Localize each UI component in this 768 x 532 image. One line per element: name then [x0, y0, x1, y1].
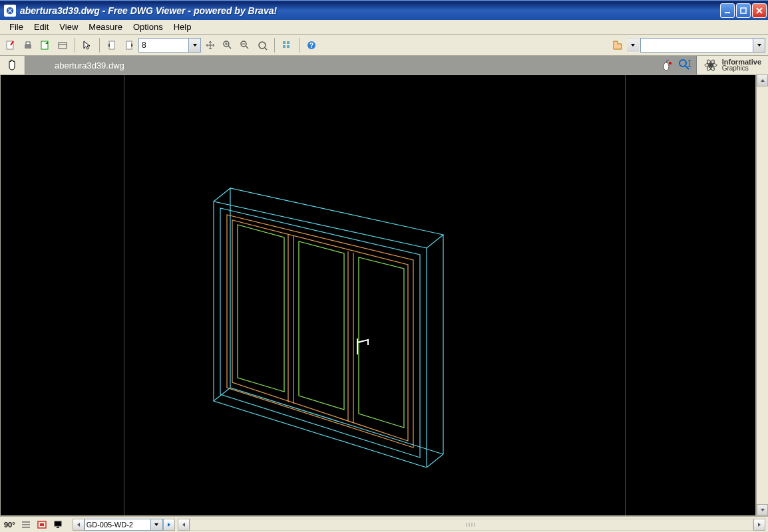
svg-point-27 — [669, 62, 672, 65]
zoom-fit-button[interactable] — [254, 37, 270, 53]
horizontal-scrollbar[interactable] — [178, 519, 765, 531]
window-title: abertura3d39.dwg - Free DWG Viewer - pow… — [20, 5, 720, 16]
maximize-button[interactable] — [736, 3, 751, 18]
hscroll-right-button[interactable] — [753, 519, 765, 531]
svg-rect-20 — [283, 41, 286, 44]
title-bar: abertura3d39.dwg - Free DWG Viewer - pow… — [0, 0, 768, 20]
menu-file[interactable]: File — [4, 21, 29, 33]
svg-point-26 — [664, 63, 669, 70]
sheet-input[interactable] — [85, 519, 151, 531]
hscroll-grip-icon — [461, 521, 481, 528]
help-button[interactable]: ? — [303, 37, 319, 53]
goto-selector — [640, 38, 765, 53]
svg-line-12 — [228, 46, 231, 49]
scroll-track[interactable] — [757, 86, 768, 504]
svg-line-16 — [246, 46, 248, 49]
svg-rect-2 — [741, 8, 746, 13]
window-buttons — [720, 3, 767, 18]
svg-line-19 — [265, 48, 267, 50]
brand-panel[interactable]: Informative Graphics — [696, 56, 768, 74]
mouse-icon[interactable] — [662, 58, 675, 73]
goto-input[interactable] — [640, 38, 753, 53]
layers-toggle-button[interactable] — [19, 519, 33, 531]
box-toggle-button[interactable] — [35, 519, 49, 531]
bookmark-dropdown[interactable] — [627, 38, 639, 53]
separator — [299, 38, 299, 53]
tab-bar: abertura3d39.dwg Informative Graphics — [0, 56, 768, 74]
workarea — [0, 74, 768, 516]
toolbar: ? — [0, 35, 768, 56]
sheet-navigator — [73, 519, 175, 531]
status-bar: 90° — [0, 516, 768, 532]
monitor-toggle-button[interactable] — [51, 519, 65, 531]
scroll-up-button[interactable] — [757, 74, 768, 86]
vertical-scrollbar[interactable] — [756, 74, 768, 516]
svg-rect-10 — [126, 41, 132, 49]
hand-tool-button[interactable] — [0, 56, 25, 74]
svg-rect-7 — [59, 43, 67, 49]
svg-text:?: ? — [309, 42, 313, 49]
svg-rect-42 — [57, 527, 59, 528]
menu-options[interactable]: Options — [128, 21, 168, 33]
separator — [75, 38, 75, 53]
zoom-in-button[interactable] — [220, 37, 236, 53]
document-tab[interactable]: abertura3d39.dwg — [25, 61, 134, 70]
menu-bar: File Edit View Measure Options Help — [0, 20, 768, 35]
tabbar-tools — [656, 58, 696, 73]
svg-rect-5 — [26, 42, 30, 45]
menu-measure[interactable]: Measure — [83, 21, 128, 33]
pan-button[interactable] — [202, 37, 218, 53]
separator — [274, 38, 275, 53]
menu-help[interactable]: Help — [168, 21, 197, 33]
page-input[interactable] — [138, 38, 189, 53]
drawing-canvas[interactable] — [0, 74, 756, 516]
pointer-button[interactable] — [79, 37, 95, 53]
separator — [99, 38, 100, 53]
drawing-model — [174, 115, 493, 467]
next-page-button[interactable] — [121, 37, 137, 53]
goto-dropdown-button[interactable] — [753, 38, 765, 53]
close-button[interactable] — [752, 3, 767, 18]
menu-view[interactable]: View — [54, 21, 83, 33]
markup-button[interactable] — [3, 37, 19, 53]
zoom-out-button[interactable] — [237, 37, 253, 53]
svg-rect-1 — [725, 12, 730, 13]
sheet-dropdown-button[interactable] — [151, 519, 163, 531]
svg-rect-40 — [40, 523, 44, 526]
svg-point-18 — [259, 42, 266, 49]
scroll-down-button[interactable] — [757, 504, 768, 516]
page-dropdown-button[interactable] — [189, 38, 201, 53]
svg-rect-41 — [55, 521, 61, 526]
svg-rect-9 — [109, 41, 114, 49]
hscroll-left-button[interactable] — [178, 519, 190, 531]
open-button[interactable] — [37, 37, 53, 53]
layers-button[interactable] — [279, 37, 295, 53]
svg-rect-21 — [283, 45, 286, 48]
svg-rect-23 — [287, 45, 289, 48]
page-selector — [138, 38, 201, 53]
svg-rect-22 — [287, 41, 289, 44]
minimize-button[interactable] — [720, 3, 735, 18]
brand-name-bot: Graphics — [722, 65, 761, 72]
svg-rect-4 — [25, 45, 31, 49]
svg-point-28 — [679, 60, 686, 66]
rotate-button[interactable]: 90° — [3, 521, 17, 529]
measure-icon[interactable] — [677, 58, 691, 73]
bookmark-button[interactable] — [610, 37, 626, 53]
sheet-next-button[interactable] — [163, 519, 175, 531]
sheet-prev-button[interactable] — [73, 519, 85, 531]
prev-page-button[interactable] — [104, 37, 120, 53]
menu-edit[interactable]: Edit — [29, 21, 54, 33]
brand-logo-icon — [703, 58, 718, 72]
app-icon — [4, 5, 16, 17]
newwindow-button[interactable] — [55, 37, 71, 53]
print-button[interactable] — [20, 37, 36, 53]
